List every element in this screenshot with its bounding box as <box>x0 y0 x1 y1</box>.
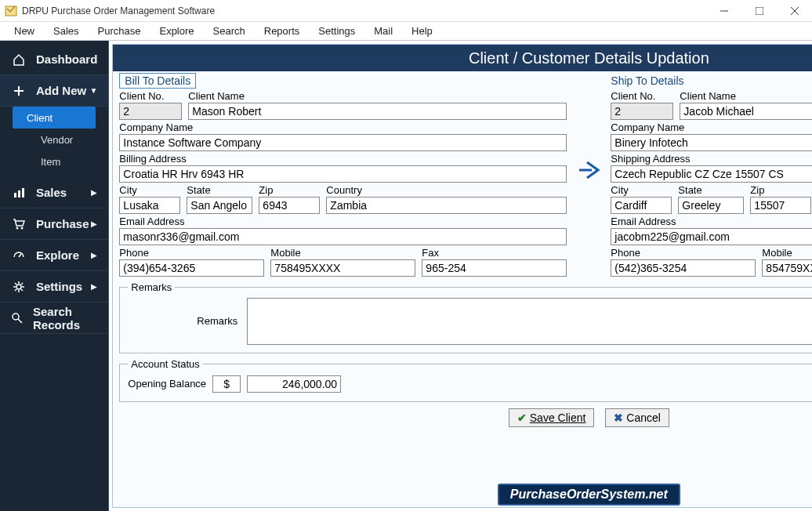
check-icon: ✔ <box>517 411 527 424</box>
bill-mobile[interactable] <box>270 259 415 277</box>
plus-icon <box>11 85 27 97</box>
svg-rect-6 <box>14 90 24 92</box>
svg-rect-2 <box>756 7 763 15</box>
menu-mail[interactable]: Mail <box>364 25 402 37</box>
ship-email[interactable] <box>611 228 812 245</box>
sidebar-label: Dashboard <box>36 53 97 66</box>
sidebar-label: Search Records <box>33 305 97 332</box>
remarks-input[interactable] <box>247 298 812 345</box>
bill-zip[interactable] <box>259 197 320 214</box>
sidebar-label: Sales <box>36 186 67 199</box>
account-status-fieldset: Account Status Opening Balance Account B… <box>119 358 812 402</box>
menu-help[interactable]: Help <box>402 25 442 37</box>
svg-rect-8 <box>18 190 20 198</box>
chevron-right-icon: ▶ <box>91 282 97 291</box>
sidebar-label: Add New <box>36 84 86 97</box>
sidebar-client[interactable]: Client <box>13 107 96 129</box>
menu-search[interactable]: Search <box>204 25 255 37</box>
window-title: DRPU Purchase Order Management Software <box>22 5 706 16</box>
svg-point-11 <box>21 227 24 229</box>
bill-phone[interactable] <box>119 259 264 277</box>
app-icon <box>5 5 17 17</box>
chevron-down-icon: ▼ <box>89 86 97 95</box>
svg-rect-7 <box>14 193 16 198</box>
menu-settings[interactable]: Settings <box>309 25 364 37</box>
ship-mobile[interactable] <box>762 259 812 277</box>
ship-state[interactable] <box>678 197 744 214</box>
ship-to-title: Ship To Details <box>611 73 812 89</box>
cancel-button[interactable]: ✖Cancel <box>605 408 669 427</box>
chevron-right-icon: ▶ <box>91 219 97 228</box>
sidebar-search[interactable]: Search Records <box>0 303 108 334</box>
menu-purchase[interactable]: Purchase <box>89 25 150 37</box>
home-icon <box>11 53 27 66</box>
gear-icon <box>11 281 27 293</box>
sidebar-dashboard[interactable]: Dashboard <box>0 44 108 75</box>
ship-client-no[interactable] <box>611 103 673 120</box>
remarks-legend: Remarks <box>128 281 175 293</box>
ship-company[interactable] <box>611 134 812 151</box>
sidebar-label: Settings <box>36 280 82 293</box>
bill-email[interactable] <box>119 228 567 245</box>
bill-fax[interactable] <box>422 259 567 277</box>
svg-point-13 <box>16 284 21 289</box>
bill-to-title: Bill To Details <box>119 73 196 89</box>
account-status-legend: Account Status <box>128 358 202 370</box>
bill-client-name[interactable] <box>188 103 567 120</box>
cart-icon <box>11 218 27 230</box>
svg-rect-9 <box>22 188 24 198</box>
svg-point-10 <box>16 227 19 229</box>
ship-client-name[interactable] <box>680 103 812 120</box>
page-header: Client / Customer Details Updation Close <box>113 45 812 71</box>
menu-sales[interactable]: Sales <box>44 25 89 37</box>
chevron-right-icon: ▶ <box>91 188 97 197</box>
ship-phone[interactable] <box>611 259 756 277</box>
search-icon <box>11 312 24 324</box>
bill-city[interactable] <box>119 197 180 214</box>
menu-reports[interactable]: Reports <box>255 25 310 37</box>
svg-line-15 <box>18 319 22 323</box>
bill-company[interactable] <box>119 134 567 151</box>
bars-icon <box>11 187 27 199</box>
sidebar-label: Purchase <box>36 217 89 230</box>
ship-city[interactable] <box>611 197 672 214</box>
footer-brand: PurchaseOrderSystem.net <box>113 484 812 506</box>
maximize-button[interactable] <box>741 0 777 22</box>
remarks-fieldset: Remarks Remarks <box>119 281 812 353</box>
page-title: Client / Customer Details Updation <box>469 49 709 67</box>
svg-line-12 <box>19 254 21 257</box>
opening-balance[interactable] <box>247 375 341 393</box>
bill-state[interactable] <box>187 197 252 214</box>
bill-address[interactable] <box>119 165 567 183</box>
sidebar-vendor[interactable]: Vendor <box>0 129 108 150</box>
close-window-button[interactable] <box>777 0 812 22</box>
sidebar: Dashboard Add New ▼ Client Vendor Item S… <box>0 41 109 511</box>
menu-explore[interactable]: Explore <box>150 25 203 37</box>
menu-new[interactable]: New <box>5 25 44 37</box>
sidebar-sales[interactable]: Sales ▶ <box>0 177 108 208</box>
ship-address[interactable] <box>611 165 812 183</box>
svg-point-14 <box>13 313 19 320</box>
sidebar-label: Explore <box>36 248 79 262</box>
chevron-right-icon: ▶ <box>91 251 97 259</box>
sidebar-explore[interactable]: Explore ▶ <box>0 240 108 271</box>
menu-bar: New Sales Purchase Explore Search Report… <box>0 22 812 41</box>
x-icon: ✖ <box>614 411 623 424</box>
arrow-icon <box>578 73 600 181</box>
sidebar-add-new[interactable]: Add New ▼ <box>0 75 108 107</box>
gauge-icon <box>11 249 27 262</box>
sidebar-item-sub[interactable]: Item <box>0 150 108 172</box>
bill-client-no[interactable] <box>119 103 182 120</box>
save-client-button[interactable]: ✔Save Client <box>509 408 595 427</box>
minimize-button[interactable] <box>706 0 741 22</box>
ship-to-section: Ship To Details Client No. Client Name C… <box>611 73 812 277</box>
ship-zip[interactable] <box>750 197 811 214</box>
bill-to-section: Bill To Details Client No. Client Name C… <box>119 73 567 277</box>
sidebar-purchase[interactable]: Purchase ▶ <box>0 208 108 240</box>
sidebar-settings[interactable]: Settings ▶ <box>0 271 108 303</box>
title-bar: DRPU Purchase Order Management Software <box>0 0 812 22</box>
content-panel: Client / Customer Details Updation Close… <box>112 44 812 508</box>
bill-country[interactable] <box>326 197 567 214</box>
opening-currency[interactable] <box>212 375 241 393</box>
